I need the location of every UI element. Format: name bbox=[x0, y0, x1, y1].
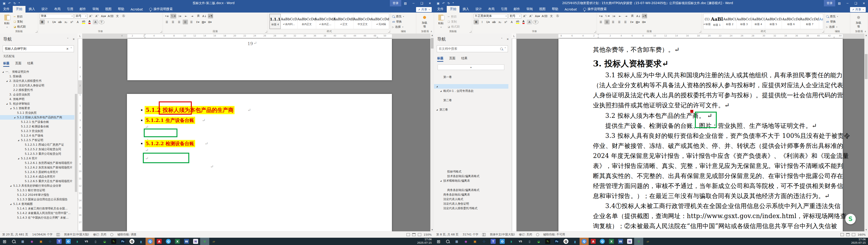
nav-item[interactable]: 法定代表人格式 bbox=[434, 197, 508, 201]
taskbar-phone-link-icon[interactable]: ▯ bbox=[525, 238, 534, 245]
clear-format-icon[interactable]: A⌫ bbox=[107, 14, 114, 19]
nav-item[interactable]: 商务条款响应/偏离表 bbox=[434, 192, 508, 197]
nav-item[interactable]: ◢5.1.3 具有良好的银行资信和企业信誉 bbox=[0, 184, 74, 188]
assistant-float-button[interactable]: S bbox=[845, 214, 856, 224]
taskbar-wechat-icon[interactable]: ◒ bbox=[100, 238, 109, 245]
bullets-button[interactable]: •≡ bbox=[598, 14, 603, 19]
share-button[interactable]: ⇗共享▾ bbox=[416, 7, 432, 12]
style-item[interactable]: AaBbCcDd标题 6 bbox=[782, 14, 801, 29]
nav-item[interactable]: 商务条款响应/偏离表格式 bbox=[434, 188, 508, 192]
subscript-button[interactable]: x₂ bbox=[497, 20, 502, 24]
nav-item[interactable]: ◢ bbox=[434, 84, 508, 89]
enclose-characters-icon[interactable]: Ⓐ bbox=[555, 14, 560, 19]
taskbar-camera-icon[interactable]: ▣ bbox=[470, 238, 479, 245]
tab-布局[interactable]: 布局 bbox=[51, 6, 64, 12]
nav-item[interactable]: ◢5.1.2.5 产权证明 bbox=[0, 138, 74, 142]
dialog-launcher-icon[interactable] bbox=[469, 31, 471, 33]
format-painter-button[interactable]: ◪格式刷 bbox=[448, 24, 460, 29]
tab-引用[interactable]: 引用 bbox=[64, 6, 76, 12]
restore-button[interactable]: ❑ bbox=[417, 0, 426, 6]
line-spacing-button[interactable]: ⇕▾ bbox=[629, 20, 634, 24]
clear-format-icon[interactable]: A⌫ bbox=[541, 14, 548, 19]
sign-in-button[interactable]: 登录 bbox=[824, 0, 835, 6]
style-item[interactable]: AaBbCcDd标题 8 bbox=[819, 14, 823, 29]
grow-font-icon[interactable]: A˄ bbox=[88, 14, 93, 19]
taskbar-acrobat-icon[interactable]: A bbox=[155, 238, 164, 245]
accessibility-icon[interactable] bbox=[536, 233, 539, 236]
multilevel-list-button[interactable]: ⁝≡ bbox=[611, 14, 616, 19]
taskbar-evernote-icon[interactable]: ✎ bbox=[109, 238, 118, 245]
scrollbar-thumb[interactable] bbox=[865, 54, 868, 79]
nav-item[interactable]: ◢5.1.4 查询截图 bbox=[0, 202, 74, 206]
taskbar-q-browser-icon[interactable]: Q bbox=[164, 238, 173, 245]
find-button[interactable]: 查找▾ bbox=[392, 14, 415, 19]
replace-button[interactable]: ab替换 bbox=[392, 19, 415, 24]
taskbar-media-wheel-icon[interactable]: ◉ bbox=[461, 238, 470, 245]
asian-layout-button[interactable]: 斉 bbox=[630, 14, 635, 19]
tab-审阅[interactable]: 审阅 bbox=[523, 6, 536, 12]
style-item[interactable]: AaBbCcDdE↵无间隔 bbox=[372, 14, 389, 29]
style-item[interactable]: AaBbCcI标题 3 bbox=[737, 14, 752, 29]
character-shading-button[interactable]: A bbox=[527, 20, 532, 24]
close-icon[interactable]: ✕ bbox=[506, 37, 509, 41]
nav-tab-结果[interactable]: 结果 bbox=[461, 56, 467, 62]
taskbar-onenote-icon[interactable]: N bbox=[191, 238, 200, 245]
tab-开始[interactable]: 开始 bbox=[13, 6, 26, 12]
asian-layout-button[interactable]: 斉 bbox=[196, 14, 201, 19]
tell-me-search[interactable]: 操作说明搜索 bbox=[146, 6, 176, 12]
taskbar-photoshop-icon[interactable]: Ps bbox=[118, 238, 127, 245]
status-segment[interactable]: 第 20 页, 共 681 页 bbox=[2, 233, 28, 237]
chevron-down-icon[interactable]: ˅ bbox=[70, 47, 72, 50]
proofing-icon[interactable] bbox=[482, 233, 486, 236]
minimize-button[interactable]: ─ bbox=[843, 0, 851, 6]
increase-indent-button[interactable]: ⇥ bbox=[623, 14, 629, 19]
taskbar-word-icon[interactable]: W bbox=[616, 238, 625, 245]
nav-item[interactable]: 1. 投标函 bbox=[0, 74, 74, 79]
nav-item[interactable]: 5.1.2.6.3 原材料仓库照片 bbox=[0, 170, 74, 174]
nav-item[interactable]: ◢一、 资格证明文件 bbox=[0, 70, 74, 74]
dialog-launcher-icon[interactable] bbox=[594, 31, 596, 33]
taskbar-camera-icon[interactable]: ▣ bbox=[36, 238, 45, 245]
nav-item[interactable]: 投标书格式 bbox=[434, 169, 508, 174]
scroll-up-icon[interactable]: ▲ bbox=[432, 33, 433, 37]
taskbar-search-icon[interactable] bbox=[9, 238, 18, 245]
style-item[interactable]: AaBbC(标题 4 bbox=[752, 14, 765, 29]
italic-button[interactable]: I bbox=[479, 20, 485, 24]
accessibility-icon[interactable] bbox=[110, 233, 113, 236]
phonetic-guide-icon[interactable]: 文 bbox=[115, 14, 120, 19]
read-mode-icon[interactable] bbox=[840, 233, 844, 236]
taskbar-xmind-icon[interactable]: χ bbox=[136, 238, 146, 245]
sign-in-button[interactable]: 登录 bbox=[390, 0, 401, 6]
taskbar-start-icon[interactable]: ⊞ bbox=[0, 238, 9, 245]
change-case-icon[interactable]: Aa▾ bbox=[100, 14, 106, 19]
status-segment[interactable]: 简体中文(中国大陆) bbox=[490, 233, 515, 237]
distribute-button[interactable]: ☰ bbox=[189, 20, 194, 24]
style-item[interactable]: AaBbCcDdE↵正文 bbox=[335, 14, 353, 29]
nav-item[interactable]: 5.1.3.2 2024年审计报告 bbox=[0, 193, 74, 197]
tab-帮助[interactable]: 帮助 bbox=[115, 6, 127, 12]
collapse-ribbon-icon[interactable]: ∧ bbox=[431, 30, 432, 33]
align-left-button[interactable]: ☰ bbox=[598, 20, 603, 24]
strikethrough-button[interactable]: a̶b̶ bbox=[491, 20, 497, 24]
nav-item[interactable]: ◢5.1.2.6 照片 bbox=[0, 156, 74, 161]
taskbar-acrobat-icon[interactable]: A bbox=[589, 238, 598, 245]
nav-item[interactable]: 5.1.4.1 未被工商行政管理机关在全国... bbox=[0, 206, 74, 211]
tab-视图[interactable]: 视图 bbox=[536, 6, 549, 12]
enclose-characters-icon[interactable]: Ⓐ bbox=[121, 14, 126, 19]
increase-indent-button[interactable]: ⇥ bbox=[189, 14, 195, 19]
cut-button[interactable]: ✂剪切 bbox=[448, 15, 460, 19]
customize-qat-icon[interactable]: ▾ bbox=[19, 2, 20, 5]
multilevel-list-button[interactable]: ⁝≡ bbox=[177, 14, 182, 19]
tab-file[interactable]: 文件 bbox=[434, 6, 447, 12]
taskbar-media-wheel-icon[interactable]: ◉ bbox=[27, 238, 36, 245]
redo-icon[interactable]: ↻ bbox=[13, 2, 16, 5]
shrink-font-icon[interactable]: A˅ bbox=[94, 14, 100, 19]
tab-设计[interactable]: 设计 bbox=[472, 6, 485, 12]
dialog-launcher-icon[interactable] bbox=[35, 31, 37, 33]
status-segment[interactable]: 辅助功能: 不可用 bbox=[543, 233, 565, 237]
taskbar-qq-icon[interactable]: Q bbox=[561, 238, 570, 245]
shading-button[interactable]: ▨▾ bbox=[635, 20, 640, 24]
taskbar-folder-icon[interactable]: ▱ bbox=[643, 238, 652, 245]
show-marks-button[interactable]: ↵¶ bbox=[642, 14, 647, 19]
undo-icon[interactable]: ↶ bbox=[8, 2, 11, 5]
